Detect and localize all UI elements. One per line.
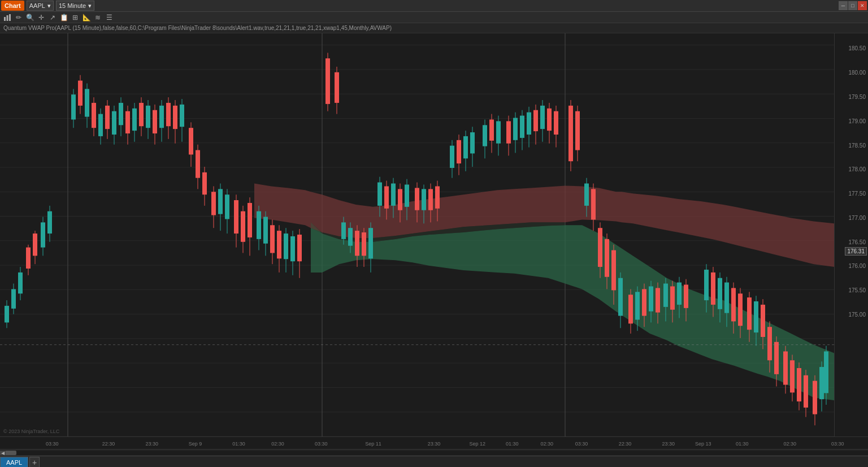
svg-rect-216: [747, 297, 752, 330]
toolbar-crosshair-btn[interactable]: ✛: [36, 12, 46, 23]
svg-rect-220: [761, 305, 765, 337]
svg-rect-122: [377, 183, 382, 206]
price-label-17500: 175.00: [848, 312, 866, 318]
svg-rect-162: [533, 110, 538, 131]
svg-rect-78: [196, 150, 200, 178]
svg-rect-58: [125, 111, 130, 133]
toolbar-draw-btn[interactable]: ✏: [14, 12, 24, 23]
symbol-text: AAPL: [29, 2, 45, 9]
svg-rect-100: [277, 231, 281, 258]
svg-rect-158: [520, 116, 524, 138]
toolbar-template-btn[interactable]: 📋: [59, 12, 69, 23]
time-label-2330-2: 23:30: [428, 441, 441, 447]
minimize-button[interactable]: ─: [839, 1, 848, 10]
price-label-17550: 175.50: [848, 287, 866, 293]
toolbar-measure-btn[interactable]: 📐: [81, 12, 92, 23]
svg-rect-196: [663, 284, 668, 307]
scrollbar-track: ◀: [0, 451, 868, 455]
svg-rect-88: [234, 200, 238, 234]
price-label-17750: 177.50: [848, 191, 866, 197]
svg-rect-96: [263, 217, 268, 244]
svg-rect-186: [628, 295, 633, 323]
close-button[interactable]: ✕: [858, 1, 867, 10]
svg-rect-194: [656, 288, 660, 312]
symbol-selector[interactable]: AAPL ▾: [27, 1, 54, 11]
toolbar-grid-btn[interactable]: ⊞: [70, 12, 80, 23]
svg-rect-120: [368, 228, 373, 258]
svg-rect-208: [718, 278, 722, 309]
time-label-0330-4: 03:30: [831, 441, 844, 447]
svg-rect-182: [611, 250, 616, 291]
time-label-0230-3: 02:30: [783, 441, 796, 447]
timeframe-dropdown-icon: ▾: [88, 2, 92, 10]
svg-rect-30: [11, 289, 16, 308]
chart-tab-label[interactable]: Chart: [1, 1, 24, 11]
scroll-left-btn[interactable]: ◀: [0, 451, 6, 455]
svg-rect-134: [422, 189, 426, 210]
svg-rect-156: [513, 118, 518, 140]
svg-rect-138: [435, 186, 440, 208]
svg-rect-146: [470, 132, 475, 153]
price-label-17950: 179.50: [848, 94, 866, 100]
time-label-2330-1: 23:30: [146, 441, 159, 447]
svg-rect-144: [463, 136, 468, 158]
chart-main[interactable]: © 2023 NinjaTrader, LLC: [0, 33, 834, 436]
svg-rect-1: [7, 15, 8, 21]
copyright-text: © 2023 NinjaTrader, LLC: [3, 429, 59, 434]
svg-rect-170: [568, 106, 573, 161]
svg-rect-86: [225, 194, 229, 219]
svg-rect-238: [824, 352, 828, 394]
time-label-0330-1: 03:30: [46, 441, 59, 447]
svg-rect-0: [4, 17, 6, 21]
svg-rect-104: [290, 236, 295, 261]
svg-rect-64: [146, 106, 150, 128]
svg-rect-118: [362, 232, 366, 256]
price-label-17600: 176.00: [848, 263, 866, 269]
toolbar-indicator-btn[interactable]: ≋: [93, 12, 103, 23]
svg-rect-42: [71, 94, 76, 119]
tab-bar: AAPL +: [0, 456, 868, 467]
svg-rect-190: [642, 289, 646, 315]
toolbar-zoom-btn[interactable]: 🔍: [25, 12, 35, 23]
svg-rect-34: [26, 248, 31, 269]
svg-rect-72: [173, 106, 177, 129]
timeframe-selector[interactable]: 15 Minute ▾: [56, 1, 94, 11]
time-label-0130-3: 01:30: [736, 441, 749, 447]
svg-rect-124: [384, 186, 389, 208]
svg-rect-92: [248, 203, 252, 237]
svg-rect-28: [5, 306, 9, 323]
svg-rect-82: [211, 192, 216, 215]
svg-rect-178: [598, 228, 602, 267]
svg-rect-114: [348, 228, 353, 245]
time-label-sep11: Sep 11: [365, 441, 381, 447]
restore-button[interactable]: □: [848, 1, 857, 10]
svg-rect-198: [670, 286, 675, 309]
svg-rect-70: [166, 103, 171, 126]
time-label-sep12: Sep 12: [470, 441, 486, 447]
title-bar-right: ─ □ ✕: [839, 1, 868, 10]
svg-rect-206: [711, 273, 715, 305]
toolbar-menu-btn[interactable]: ☰: [104, 12, 114, 23]
toolbar-chart-btn[interactable]: [2, 12, 12, 23]
svg-rect-184: [618, 278, 623, 316]
tab-aapl[interactable]: AAPL: [0, 457, 28, 467]
scrollbar[interactable]: ◀: [0, 449, 868, 456]
svg-rect-110: [335, 72, 339, 103]
svg-rect-236: [819, 367, 824, 399]
svg-rect-180: [605, 239, 609, 277]
svg-rect-76: [189, 128, 193, 154]
svg-rect-60: [132, 109, 137, 131]
time-label-sep13: Sep 13: [695, 441, 711, 447]
toolbar-arrow-btn[interactable]: ↗: [47, 12, 58, 23]
svg-rect-230: [797, 368, 801, 401]
time-label-2330-3: 23:30: [662, 441, 675, 447]
tab-add-button[interactable]: +: [29, 457, 40, 467]
price-label-18050: 180.50: [848, 45, 866, 51]
time-label-0130-1: 01:30: [232, 441, 245, 447]
svg-rect-2: [9, 14, 11, 21]
svg-rect-210: [724, 283, 729, 313]
price-label-17850: 178.50: [848, 142, 866, 149]
svg-rect-48: [92, 103, 96, 128]
svg-rect-172: [575, 111, 580, 150]
svg-rect-54: [112, 111, 116, 135]
